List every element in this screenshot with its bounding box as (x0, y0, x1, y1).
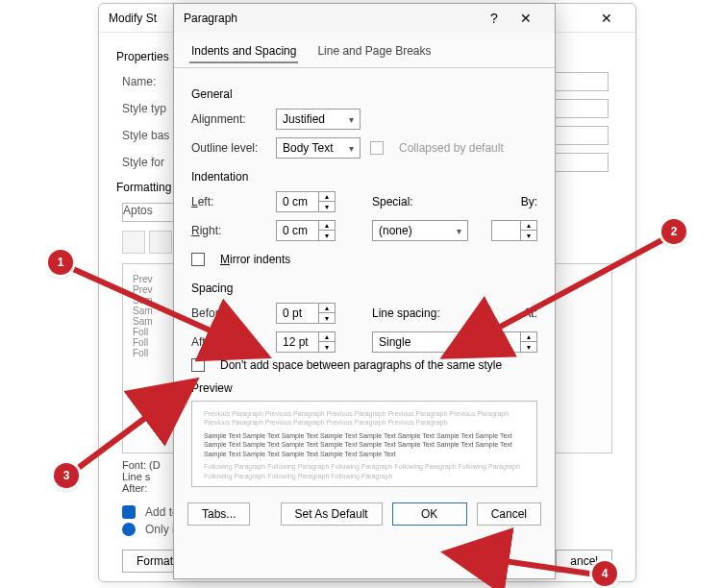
general-heading: General (191, 87, 537, 101)
after-spinner[interactable]: 12 pt ▴▾ (276, 331, 336, 353)
onlyin-radio[interactable] (122, 523, 136, 536)
mirror-indents-checkbox[interactable] (191, 253, 205, 266)
set-default-button[interactable]: Set As Default (281, 502, 383, 526)
help-icon[interactable]: ? (482, 11, 507, 26)
right-spinner[interactable]: 0 cm ▴▾ (276, 220, 336, 241)
indentation-heading: Indentation (191, 170, 537, 184)
collapsed-label: Collapsed by default (399, 141, 504, 155)
spin-up-icon[interactable]: ▴ (319, 221, 335, 231)
annotation-4: 4 (592, 561, 617, 586)
spin-down-icon[interactable]: ▾ (319, 231, 335, 240)
spin-down-icon[interactable]: ▾ (521, 231, 536, 240)
chevron-down-icon: ▾ (349, 114, 354, 125)
spin-up-icon[interactable]: ▴ (319, 304, 335, 313)
button-bar: Tabs... Set As Default OK Cancel (174, 495, 555, 535)
annotation-3: 3 (54, 463, 79, 488)
special-combo[interactable]: (none) ▾ (372, 220, 468, 241)
spacing-heading: Spacing (191, 282, 537, 295)
tab-line-page-breaks[interactable]: Line and Page Breaks (315, 40, 433, 63)
chevron-down-icon: ▾ (457, 226, 461, 236)
after-label: After: (191, 335, 266, 349)
paragraph-dialog: Paragraph ? ✕ Indents and Spacing Line a… (173, 3, 556, 579)
paragraph-title: Paragraph (184, 12, 482, 25)
tabs-button[interactable]: Tabs... (187, 502, 250, 526)
right-label: Right: (191, 224, 266, 237)
cancel-button[interactable]: Cancel (477, 502, 541, 526)
annotation-2: 2 (661, 219, 686, 244)
left-spinner[interactable]: 0 cm ▴▾ (276, 191, 336, 212)
dont-add-space-checkbox[interactable] (191, 358, 205, 372)
addto-checkbox[interactable] (122, 505, 136, 519)
close-icon[interactable]: ✕ (587, 11, 626, 26)
tab-indents-spacing[interactable]: Indents and Spacing (189, 40, 298, 63)
by-label: By: (521, 195, 537, 208)
spin-up-icon[interactable]: ▴ (319, 192, 335, 202)
spin-down-icon[interactable]: ▾ (319, 202, 335, 211)
alignment-label: Alignment: (191, 112, 266, 126)
outline-combo[interactable]: Body Text ▾ (276, 137, 360, 159)
preview-box: Previous Paragraph Previous Paragraph Pr… (191, 401, 537, 487)
spin-up-icon[interactable]: ▴ (521, 332, 536, 342)
collapsed-checkbox[interactable] (370, 141, 384, 155)
special-label: Special: (372, 195, 449, 208)
outline-label: Outline level: (191, 141, 266, 155)
spin-down-icon[interactable]: ▾ (319, 313, 335, 323)
dont-add-space-label: Don't add space between paragraphs of th… (220, 358, 502, 372)
before-spinner[interactable]: 0 pt ▴▾ (276, 303, 336, 324)
by-spinner[interactable]: ▴▾ (491, 220, 537, 241)
before-label: Before: (191, 306, 266, 320)
linespacing-combo[interactable]: Single ▾ (372, 331, 468, 353)
at-label: At: (523, 306, 537, 320)
left-label: Left: (191, 195, 266, 208)
spin-up-icon[interactable]: ▴ (319, 332, 335, 342)
spin-down-icon[interactable]: ▾ (319, 342, 335, 352)
tab-bar: Indents and Spacing Line and Page Breaks (174, 33, 555, 68)
alignment-combo[interactable]: Justified ▾ (276, 109, 360, 130)
preview-heading: Preview (191, 381, 537, 395)
spin-down-icon[interactable]: ▾ (521, 342, 536, 352)
paragraph-titlebar: Paragraph ? ✕ (174, 4, 555, 33)
mirror-indents-label: Mirror indents (220, 253, 290, 266)
annotation-1: 1 (48, 250, 73, 275)
linespacing-label: Line spacing: (372, 306, 449, 320)
spin-up-icon[interactable]: ▴ (521, 221, 536, 231)
toolbar-button[interactable] (122, 231, 145, 254)
chevron-down-icon: ▾ (349, 143, 354, 154)
close-icon[interactable]: ✕ (507, 11, 545, 26)
chevron-down-icon: ▾ (457, 337, 461, 348)
toolbar-button[interactable] (149, 231, 172, 254)
ok-button[interactable]: OK (392, 502, 467, 526)
at-spinner[interactable]: ▴▾ (491, 331, 537, 353)
